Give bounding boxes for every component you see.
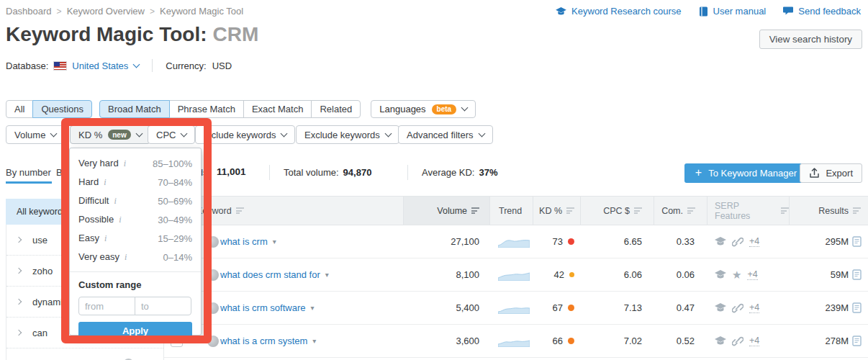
sort-icon bbox=[566, 207, 574, 214]
info-icon[interactable]: i bbox=[119, 215, 121, 225]
user-manual-link[interactable]: User manual bbox=[699, 6, 767, 17]
column-header-trend: Trend bbox=[489, 197, 533, 225]
com-value: 0.47 bbox=[654, 292, 707, 324]
sort-by-number-toggle[interactable]: By number bbox=[6, 167, 51, 178]
kd-filter-button[interactable]: KD % new bbox=[70, 125, 150, 144]
keyword-research-course-link[interactable]: Keyword Research course bbox=[556, 6, 681, 17]
sidebar-group-partial[interactable]: 535 + bbox=[6, 348, 163, 360]
exclude-keywords-filter-button[interactable]: Exclude keywords bbox=[296, 125, 399, 144]
kd-option-hard[interactable]: Hardi 70–84% bbox=[70, 173, 201, 192]
breadcrumb-keyword-magic-tool[interactable]: Keyword Magic Tool bbox=[160, 6, 243, 17]
tab-exact-match[interactable]: Exact Match bbox=[243, 100, 312, 118]
kd-difficulty-dot bbox=[568, 338, 574, 344]
breadcrumb-dashboard[interactable]: Dashboard bbox=[6, 6, 52, 17]
keyword-link[interactable]: what is crm bbox=[220, 236, 268, 247]
us-flag-icon bbox=[54, 62, 66, 70]
kd-option-easy[interactable]: Easyi 15–29% bbox=[70, 229, 201, 248]
chevron-right-icon bbox=[16, 268, 22, 274]
com-value: 0.52 bbox=[654, 325, 707, 357]
kd-from-input[interactable] bbox=[78, 297, 135, 315]
table-row: what is crm software ▾ 5,400 67 7.13 0.4… bbox=[164, 292, 868, 325]
results-cell: 295M bbox=[789, 225, 868, 258]
breadcrumb-separator: > bbox=[57, 6, 62, 17]
advanced-filters-button[interactable]: Advanced filters bbox=[398, 125, 493, 144]
results-cell: 278M bbox=[789, 325, 868, 357]
serp-more-count[interactable]: +4 bbox=[749, 336, 759, 346]
column-header-keyword[interactable]: Keyword bbox=[187, 197, 403, 225]
column-header-serp-features[interactable]: SERP Features bbox=[707, 197, 789, 225]
column-header-kd[interactable]: KD % bbox=[533, 197, 580, 225]
reviews-star-icon: ★ bbox=[732, 269, 741, 280]
send-feedback-link[interactable]: Send feedback bbox=[783, 6, 861, 17]
view-search-history-button[interactable]: View search history bbox=[759, 30, 862, 49]
info-icon[interactable]: i bbox=[104, 233, 107, 244]
serp-document-icon[interactable] bbox=[852, 336, 862, 346]
serp-more-count[interactable]: +4 bbox=[747, 269, 757, 280]
include-keywords-filter-button[interactable]: Include keywords bbox=[195, 125, 295, 144]
currency-label: Currency: bbox=[166, 60, 206, 71]
tab-broad-match[interactable]: Broad Match bbox=[99, 100, 170, 118]
chevron-right-icon bbox=[16, 299, 22, 305]
apply-button[interactable]: Apply bbox=[78, 322, 192, 340]
breadcrumb-keyword-overview[interactable]: Keyword Overview bbox=[67, 6, 145, 17]
volume-value: 3,600 bbox=[403, 325, 489, 357]
database-label: Database: bbox=[6, 60, 48, 71]
chevron-down-icon[interactable] bbox=[133, 60, 140, 68]
average-kd-value: 37% bbox=[479, 167, 497, 178]
column-header-volume[interactable]: Volume bbox=[403, 197, 489, 225]
row-circle bbox=[207, 236, 219, 248]
caret-down-icon[interactable]: ▾ bbox=[273, 238, 276, 246]
languages-dropdown-button[interactable]: Languages beta bbox=[371, 100, 476, 118]
info-icon[interactable]: i bbox=[104, 177, 106, 188]
graduation-cap-icon bbox=[715, 237, 726, 246]
caret-down-icon[interactable]: ▾ bbox=[325, 271, 329, 279]
cpc-filter-button[interactable]: CPC bbox=[148, 125, 195, 144]
keyword-link[interactable]: what does crm stand for bbox=[220, 269, 320, 280]
column-header-cpc[interactable]: CPC $ bbox=[580, 197, 654, 225]
info-icon[interactable]: i bbox=[125, 252, 127, 263]
serp-document-icon[interactable] bbox=[852, 236, 862, 247]
kd-option-difficult[interactable]: Difficulti 50–69% bbox=[70, 192, 201, 210]
export-button[interactable]: Export bbox=[800, 163, 862, 183]
sort-icon bbox=[634, 207, 642, 214]
column-header-results[interactable]: Results bbox=[789, 197, 868, 225]
info-icon[interactable]: i bbox=[114, 196, 116, 207]
serp-document-icon[interactable] bbox=[852, 302, 862, 313]
tab-phrase-match[interactable]: Phrase Match bbox=[169, 100, 244, 118]
cpc-value: 7.02 bbox=[580, 325, 654, 357]
tab-all[interactable]: All bbox=[6, 100, 33, 118]
chevron-right-icon bbox=[16, 237, 22, 243]
to-keyword-manager-button[interactable]: + To Keyword Manager bbox=[684, 163, 808, 183]
keyword-link[interactable]: what is a crm system bbox=[220, 336, 307, 346]
divider bbox=[70, 271, 201, 272]
tab-related[interactable]: Related bbox=[311, 100, 361, 118]
caret-down-icon[interactable]: ▾ bbox=[310, 304, 314, 312]
trend-sparkline bbox=[489, 325, 533, 357]
kd-to-input[interactable] bbox=[135, 297, 191, 315]
kd-difficulty-dot bbox=[568, 305, 574, 311]
keyword-link[interactable]: what is crm software bbox=[220, 302, 305, 313]
column-header-com[interactable]: Com. bbox=[654, 197, 707, 225]
caret-down-icon[interactable]: ▾ bbox=[312, 337, 316, 345]
cpc-value: 7.13 bbox=[580, 292, 654, 324]
keywords-count: 11,001 bbox=[217, 166, 246, 177]
serp-more-count[interactable]: +4 bbox=[749, 236, 759, 247]
trend-sparkline bbox=[489, 292, 533, 324]
trend-sparkline bbox=[489, 258, 533, 291]
database-selector[interactable]: United States bbox=[72, 60, 128, 71]
table-row: what is crm ▾ 27,100 73 6.65 0.33 +4 295… bbox=[164, 225, 868, 258]
kd-option-very-easy[interactable]: Very easyi 0–14% bbox=[70, 248, 201, 266]
active-sort-underline bbox=[6, 181, 52, 184]
average-kd-stat: Average KD: 37% bbox=[422, 167, 498, 178]
table-row: what does crm stand for ▾ 8,100 42 6.06 … bbox=[164, 258, 868, 292]
kd-option-very-hard[interactable]: Very hardi 85–100% bbox=[70, 154, 201, 173]
kd-option-possible[interactable]: Possiblei 30–49% bbox=[70, 210, 201, 229]
tab-questions[interactable]: Questions bbox=[32, 100, 92, 118]
export-icon bbox=[809, 168, 820, 179]
volume-filter-button[interactable]: Volume bbox=[6, 125, 65, 144]
kd-value: 42 bbox=[533, 258, 580, 291]
serp-more-count[interactable]: +4 bbox=[749, 302, 759, 313]
info-icon[interactable]: i bbox=[124, 158, 126, 169]
total-volume-value: 94,870 bbox=[343, 167, 372, 178]
serp-document-icon[interactable] bbox=[852, 269, 862, 280]
